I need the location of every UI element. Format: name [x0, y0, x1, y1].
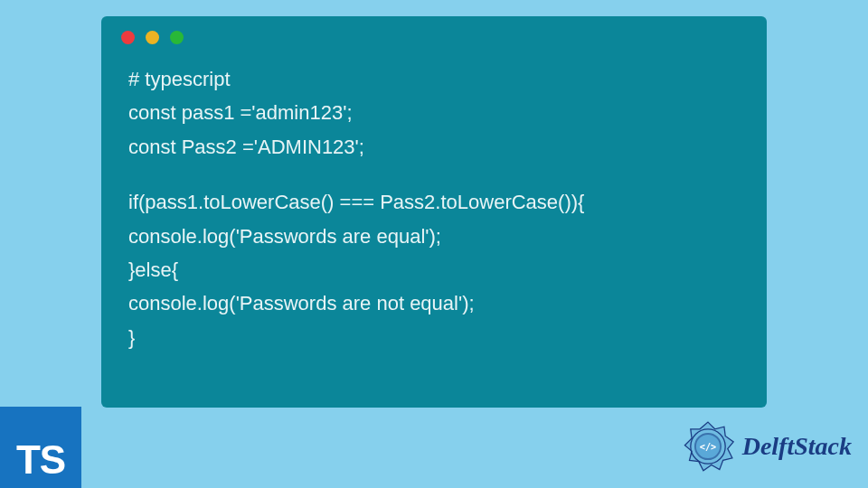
- minimize-icon: [146, 31, 159, 44]
- code-line: }: [128, 321, 740, 354]
- maximize-icon: [170, 31, 184, 44]
- code-line: }else{: [128, 253, 740, 286]
- typescript-badge-label: TS: [16, 437, 65, 483]
- brand-name: DelftStack: [742, 432, 852, 461]
- window-controls: [101, 16, 767, 52]
- code-line: const pass1 ='admin123';: [128, 96, 740, 129]
- code-line: if(pass1.toLowerCase() === Pass2.toLower…: [128, 185, 740, 219]
- svg-text:</>: </>: [699, 441, 716, 452]
- code-window: # typescript const pass1 ='admin123'; co…: [101, 16, 767, 408]
- typescript-badge: TS: [0, 407, 81, 488]
- code-line: console.log('Passwords are not equal');: [128, 286, 740, 320]
- close-icon: [121, 31, 135, 44]
- code-line: const Pass2 ='ADMIN123';: [128, 130, 740, 164]
- code-blank-line: [128, 164, 740, 185]
- brand-logo: </> DelftStack: [679, 418, 852, 475]
- delftstack-icon: </>: [679, 418, 737, 475]
- code-line: # typescript: [128, 62, 740, 96]
- code-line: console.log('Passwords are equal');: [128, 220, 740, 253]
- code-content: # typescript const pass1 ='admin123'; co…: [101, 52, 767, 365]
